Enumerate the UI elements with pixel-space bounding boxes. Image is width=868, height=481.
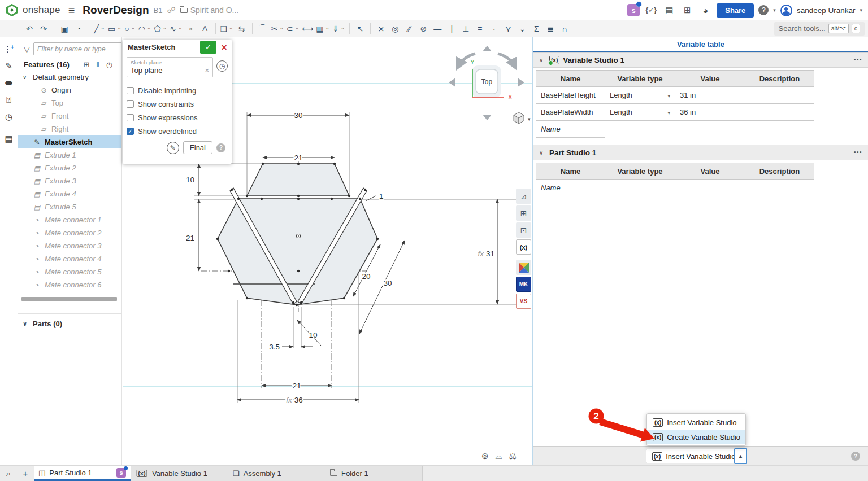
new-variable-name-input[interactable]: Name — [536, 121, 605, 138]
dimension-label[interactable]: 1 — [379, 192, 384, 200]
tree-mate-connector-1[interactable]: ◔Mate connector 1 — [18, 213, 121, 226]
suspend-rebuild-icon[interactable]: ‖ — [96, 60, 99, 69]
filter-input[interactable] — [33, 42, 122, 55]
part-studio-1-section-header[interactable]: ∨ Part Studio 1 ⋯ — [533, 145, 868, 160]
option-show-expressions[interactable]: Show expressions — [127, 111, 228, 124]
perpendicular-constraint-button[interactable]: ⊥ — [459, 22, 472, 36]
vs-app-icon[interactable]: VS — [516, 294, 531, 309]
rotate-down-icon[interactable] — [483, 115, 492, 120]
document-title[interactable]: RoverDesign — [83, 4, 149, 16]
use-project-tool-button[interactable]: ⊂ — [285, 22, 300, 36]
midpoint-constraint-button[interactable]: ∙ — [487, 22, 501, 36]
chevron-down-icon[interactable]: ∨ — [23, 321, 29, 327]
concentric-constraint-button[interactable]: ◎ — [388, 22, 402, 36]
vertical-constraint-button[interactable]: | — [445, 22, 458, 36]
display-states-icon[interactable]: ⊡ — [516, 222, 531, 238]
circle-tool-button[interactable]: ○ — [123, 22, 137, 36]
dimension-label[interactable]: 20 — [362, 272, 370, 281]
pattern-tool-button[interactable]: ▦ — [315, 22, 331, 36]
chevron-down-icon[interactable]: ∨ — [539, 57, 546, 63]
horizontal-constraint-button[interactable]: — — [431, 22, 444, 36]
sketch-trapezoid-profile[interactable] — [247, 164, 349, 196]
equal-constraint-button[interactable]: = — [473, 22, 487, 36]
accept-button[interactable]: ✓ — [200, 41, 216, 54]
copy-paste-sketch-icon[interactable]: ▣ — [58, 22, 71, 36]
tree-extrude-4[interactable]: ▤Extrude 4 — [18, 187, 121, 200]
spline-tool-button[interactable]: ∿ — [168, 22, 183, 36]
rectangle-tool-button[interactable]: ▭ — [107, 22, 123, 36]
offset-tool-button[interactable]: ❏ — [219, 22, 235, 36]
option-disable-imprinting[interactable]: Disable imprinting — [127, 84, 228, 97]
feature-statistics-icon[interactable]: ◷ — [2, 110, 16, 124]
mass-properties-icon[interactable]: ⚖ — [509, 451, 516, 461]
tangent-constraint-button[interactable]: ⊘ — [416, 22, 430, 36]
deferred-rebuild-icon[interactable]: ◷ — [216, 60, 228, 72]
user-menu-caret-icon[interactable]: ▾ — [860, 7, 862, 13]
tree-mate-connector-3[interactable]: ◔Mate connector 3 — [18, 239, 121, 252]
rollback-bar[interactable] — [21, 297, 117, 301]
dimension-tool-button[interactable]: ⟷ — [301, 22, 314, 36]
insert-dropdown-toggle[interactable]: ▲ — [734, 448, 747, 464]
comments-icon[interactable]: ⬬ — [2, 76, 16, 90]
help-menu-icon[interactable]: ? — [758, 5, 769, 15]
snap-constraint-button[interactable]: ↖ — [353, 22, 367, 36]
polygon-tool-button[interactable]: ⬠ — [153, 22, 168, 36]
tree-extrude-2[interactable]: ▤Extrude 2 — [18, 161, 121, 174]
variable-studio-panel-toggle[interactable]: (x) — [516, 239, 531, 255]
dimension-label[interactable]: 21 — [292, 382, 301, 390]
tree-mate-connector-6[interactable]: ◔Mate connector 6 — [18, 278, 121, 291]
fillet-tool-button[interactable]: ⌒ — [256, 22, 270, 36]
option-show-constraints[interactable]: Show constraints — [127, 97, 228, 111]
checkbox-unchecked[interactable] — [127, 100, 134, 108]
tree-extrude-1[interactable]: ▤Extrude 1 — [18, 148, 121, 161]
protractor-icon[interactable]: ⌓ — [496, 451, 502, 461]
rebuild-time-icon[interactable]: ◷ — [106, 60, 112, 69]
search-tools-input[interactable]: Search tools... alt/⌥ c — [774, 22, 865, 36]
variable-studio-1-section-header[interactable]: ∨ (x) Variable Studio 1 ⋯ — [533, 52, 868, 68]
user-avatar[interactable] — [780, 5, 792, 16]
rotate-cw-icon[interactable] — [498, 54, 515, 67]
symmetric-constraint-button[interactable]: Σ — [530, 22, 543, 36]
add-tab-button[interactable]: + — [17, 466, 34, 481]
view-menu-caret-icon[interactable]: ▾ — [528, 116, 531, 122]
onshape-logo-icon[interactable] — [6, 4, 18, 16]
rotate-right-icon[interactable] — [518, 78, 524, 87]
checkbox-unchecked[interactable] — [127, 87, 134, 94]
sketch-tools-icon[interactable]: ✎ — [167, 142, 179, 154]
tree-plane-right[interactable]: ▱ Right — [18, 123, 121, 135]
parallel-constraint-button[interactable]: ∕∕ — [402, 22, 416, 36]
app-store-icon[interactable]: ⊞ — [680, 3, 694, 17]
tree-origin[interactable]: ⊙ Origin — [18, 84, 121, 97]
checkbox-checked[interactable]: ✓ — [127, 128, 134, 135]
release-tasks-icon[interactable]: ▤ — [662, 3, 676, 17]
sketch-plane-field[interactable]: Sketch plane Top plane × — [127, 57, 213, 77]
parts-lookup-icon[interactable]: ⍰ — [2, 93, 16, 107]
help-caret-icon[interactable]: ▾ — [773, 7, 776, 13]
presence-avatar[interactable]: s — [627, 4, 640, 16]
fix-constraint-button[interactable]: ≣ — [544, 22, 557, 36]
tab-folder-1[interactable]: Folder 1 — [326, 466, 423, 481]
sketch-region-icon[interactable]: ◔ — [72, 22, 85, 36]
dimension-label[interactable]: 30 — [294, 111, 302, 120]
tab-part-studio-1[interactable]: ◫ Part Studio 1 s — [34, 466, 131, 481]
mk-app-icon[interactable]: MK — [516, 277, 531, 292]
dimension-label[interactable]: 21 — [294, 154, 302, 162]
variable-description-cell[interactable] — [745, 87, 814, 104]
tree-mastersketch-selected[interactable]: ✎ MasterSketch — [18, 135, 121, 148]
link-icon[interactable]: ☍ — [167, 5, 175, 15]
tree-extrude-5[interactable]: ▤Extrude 5 — [18, 200, 121, 213]
option-show-overdefined[interactable]: ✓ Show overdefined — [127, 124, 228, 138]
annotations-icon[interactable]: ✎ — [2, 59, 16, 73]
variable-description-cell[interactable] — [745, 104, 814, 121]
dimension-label[interactable]: 3.5 — [269, 343, 280, 351]
mirror-tool-button[interactable]: ⇆ — [235, 22, 249, 36]
share-button[interactable]: Share — [717, 3, 754, 18]
tree-plane-front[interactable]: ▱ Front — [18, 110, 121, 123]
sketch-origin-point[interactable] — [297, 234, 301, 238]
normal-constraint-button[interactable]: ∩ — [558, 22, 571, 36]
tree-mate-connector-5[interactable]: ◔Mate connector 5 — [18, 265, 121, 278]
menu-hamburger-icon[interactable]: ≡ — [68, 4, 75, 17]
variable-type-dropdown[interactable]: Length▾ — [605, 87, 675, 104]
line-tool-button[interactable]: ╱ — [93, 22, 106, 36]
dimension-label[interactable]: 30 — [383, 279, 392, 287]
